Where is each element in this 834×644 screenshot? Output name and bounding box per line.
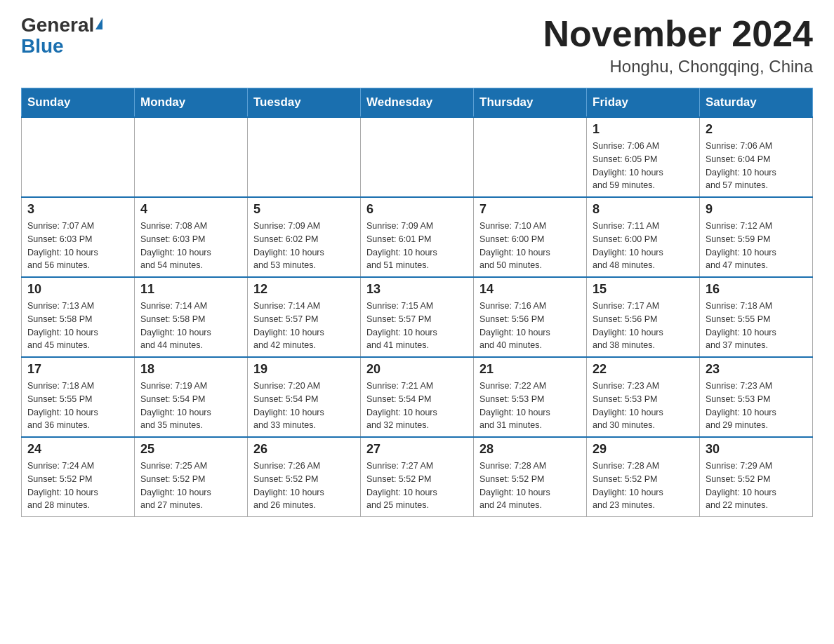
calendar-cell-7: 7Sunrise: 7:10 AM Sunset: 6:00 PM Daylig… <box>474 197 587 277</box>
day-info: Sunrise: 7:09 AM Sunset: 6:01 PM Dayligh… <box>366 220 468 272</box>
calendar-cell-3: 3Sunrise: 7:07 AM Sunset: 6:03 PM Daylig… <box>22 197 135 277</box>
calendar-cell-18: 18Sunrise: 7:19 AM Sunset: 5:54 PM Dayli… <box>135 357 248 437</box>
calendar-cell-empty <box>361 117 474 197</box>
day-number: 14 <box>479 282 581 297</box>
calendar-cell-16: 16Sunrise: 7:18 AM Sunset: 5:55 PM Dayli… <box>700 277 813 357</box>
day-number: 4 <box>140 202 241 217</box>
day-info: Sunrise: 7:24 AM Sunset: 5:52 PM Dayligh… <box>27 459 128 512</box>
day-info: Sunrise: 7:11 AM Sunset: 6:00 PM Dayligh… <box>593 220 694 272</box>
calendar-cell-empty <box>22 117 135 197</box>
day-info: Sunrise: 7:10 AM Sunset: 6:00 PM Dayligh… <box>479 220 581 272</box>
day-info: Sunrise: 7:26 AM Sunset: 5:52 PM Dayligh… <box>253 459 355 512</box>
day-number: 3 <box>27 202 128 217</box>
calendar-table: SundayMondayTuesdayWednesdayThursdayFrid… <box>21 88 813 517</box>
day-info: Sunrise: 7:23 AM Sunset: 5:53 PM Dayligh… <box>593 380 694 432</box>
calendar-cell-10: 10Sunrise: 7:13 AM Sunset: 5:58 PM Dayli… <box>22 277 135 357</box>
calendar-cell-17: 17Sunrise: 7:18 AM Sunset: 5:55 PM Dayli… <box>22 357 135 437</box>
day-number: 10 <box>27 282 128 297</box>
location-title: Honghu, Chongqing, China <box>543 57 813 76</box>
day-number: 19 <box>253 362 355 377</box>
calendar-week-row: 24Sunrise: 7:24 AM Sunset: 5:52 PM Dayli… <box>22 437 813 517</box>
day-number: 30 <box>706 442 807 457</box>
day-number: 29 <box>593 442 694 457</box>
calendar-cell-29: 29Sunrise: 7:28 AM Sunset: 5:52 PM Dayli… <box>587 437 700 517</box>
calendar-cell-20: 20Sunrise: 7:21 AM Sunset: 5:54 PM Dayli… <box>361 357 474 437</box>
day-info: Sunrise: 7:13 AM Sunset: 5:58 PM Dayligh… <box>27 300 128 352</box>
calendar-cell-22: 22Sunrise: 7:23 AM Sunset: 5:53 PM Dayli… <box>587 357 700 437</box>
calendar-cell-empty <box>474 117 587 197</box>
day-info: Sunrise: 7:17 AM Sunset: 5:56 PM Dayligh… <box>593 300 694 352</box>
day-info: Sunrise: 7:28 AM Sunset: 5:52 PM Dayligh… <box>593 459 694 512</box>
day-number: 24 <box>27 442 128 457</box>
day-number: 16 <box>706 282 807 297</box>
calendar-cell-30: 30Sunrise: 7:29 AM Sunset: 5:52 PM Dayli… <box>700 437 813 517</box>
day-info: Sunrise: 7:22 AM Sunset: 5:53 PM Dayligh… <box>479 380 581 432</box>
calendar-cell-5: 5Sunrise: 7:09 AM Sunset: 6:02 PM Daylig… <box>248 197 361 277</box>
day-number: 17 <box>27 362 128 377</box>
day-number: 18 <box>140 362 241 377</box>
calendar-header-wednesday: Wednesday <box>361 88 474 118</box>
day-info: Sunrise: 7:08 AM Sunset: 6:03 PM Dayligh… <box>140 220 241 272</box>
day-number: 28 <box>479 442 581 457</box>
day-info: Sunrise: 7:29 AM Sunset: 5:52 PM Dayligh… <box>706 459 807 512</box>
logo-blue-text: Blue <box>21 35 64 58</box>
calendar-cell-23: 23Sunrise: 7:23 AM Sunset: 5:53 PM Dayli… <box>700 357 813 437</box>
day-info: Sunrise: 7:12 AM Sunset: 5:59 PM Dayligh… <box>706 220 807 272</box>
day-info: Sunrise: 7:23 AM Sunset: 5:53 PM Dayligh… <box>706 380 807 432</box>
day-info: Sunrise: 7:15 AM Sunset: 5:57 PM Dayligh… <box>366 300 468 352</box>
day-info: Sunrise: 7:19 AM Sunset: 5:54 PM Dayligh… <box>140 380 241 432</box>
calendar-cell-28: 28Sunrise: 7:28 AM Sunset: 5:52 PM Dayli… <box>474 437 587 517</box>
calendar-week-row: 17Sunrise: 7:18 AM Sunset: 5:55 PM Dayli… <box>22 357 813 437</box>
day-info: Sunrise: 7:14 AM Sunset: 5:58 PM Dayligh… <box>140 300 241 352</box>
calendar-cell-12: 12Sunrise: 7:14 AM Sunset: 5:57 PM Dayli… <box>248 277 361 357</box>
day-number: 2 <box>706 122 807 137</box>
calendar-cell-empty <box>135 117 248 197</box>
title-block: November 2024 Honghu, Chongqing, China <box>543 14 813 76</box>
logo-triangle-icon <box>95 18 102 29</box>
day-info: Sunrise: 7:06 AM Sunset: 6:05 PM Dayligh… <box>593 140 694 192</box>
day-number: 6 <box>366 202 468 217</box>
calendar-cell-11: 11Sunrise: 7:14 AM Sunset: 5:58 PM Dayli… <box>135 277 248 357</box>
calendar-cell-1: 1Sunrise: 7:06 AM Sunset: 6:05 PM Daylig… <box>587 117 700 197</box>
page-header: General Blue November 2024 Honghu, Chong… <box>21 14 813 76</box>
day-info: Sunrise: 7:25 AM Sunset: 5:52 PM Dayligh… <box>140 459 241 512</box>
day-info: Sunrise: 7:07 AM Sunset: 6:03 PM Dayligh… <box>27 220 128 272</box>
calendar-cell-2: 2Sunrise: 7:06 AM Sunset: 6:04 PM Daylig… <box>700 117 813 197</box>
logo: General Blue <box>21 14 102 58</box>
calendar-cell-13: 13Sunrise: 7:15 AM Sunset: 5:57 PM Dayli… <box>361 277 474 357</box>
calendar-week-row: 3Sunrise: 7:07 AM Sunset: 6:03 PM Daylig… <box>22 197 813 277</box>
calendar-header-friday: Friday <box>587 88 700 118</box>
calendar-cell-19: 19Sunrise: 7:20 AM Sunset: 5:54 PM Dayli… <box>248 357 361 437</box>
day-info: Sunrise: 7:06 AM Sunset: 6:04 PM Dayligh… <box>706 140 807 192</box>
day-number: 20 <box>366 362 468 377</box>
day-number: 25 <box>140 442 241 457</box>
calendar-cell-6: 6Sunrise: 7:09 AM Sunset: 6:01 PM Daylig… <box>361 197 474 277</box>
day-number: 12 <box>253 282 355 297</box>
day-number: 26 <box>253 442 355 457</box>
day-info: Sunrise: 7:18 AM Sunset: 5:55 PM Dayligh… <box>706 300 807 352</box>
day-info: Sunrise: 7:21 AM Sunset: 5:54 PM Dayligh… <box>366 380 468 432</box>
day-number: 21 <box>479 362 581 377</box>
day-number: 8 <box>593 202 694 217</box>
day-info: Sunrise: 7:09 AM Sunset: 6:02 PM Dayligh… <box>253 220 355 272</box>
day-info: Sunrise: 7:20 AM Sunset: 5:54 PM Dayligh… <box>253 380 355 432</box>
day-number: 13 <box>366 282 468 297</box>
day-number: 7 <box>479 202 581 217</box>
day-info: Sunrise: 7:28 AM Sunset: 5:52 PM Dayligh… <box>479 459 581 512</box>
calendar-header-saturday: Saturday <box>700 88 813 118</box>
calendar-cell-25: 25Sunrise: 7:25 AM Sunset: 5:52 PM Dayli… <box>135 437 248 517</box>
calendar-cell-14: 14Sunrise: 7:16 AM Sunset: 5:56 PM Dayli… <box>474 277 587 357</box>
day-info: Sunrise: 7:14 AM Sunset: 5:57 PM Dayligh… <box>253 300 355 352</box>
day-number: 27 <box>366 442 468 457</box>
calendar-cell-24: 24Sunrise: 7:24 AM Sunset: 5:52 PM Dayli… <box>22 437 135 517</box>
day-number: 5 <box>253 202 355 217</box>
day-info: Sunrise: 7:27 AM Sunset: 5:52 PM Dayligh… <box>366 459 468 512</box>
day-info: Sunrise: 7:16 AM Sunset: 5:56 PM Dayligh… <box>479 300 581 352</box>
calendar-cell-21: 21Sunrise: 7:22 AM Sunset: 5:53 PM Dayli… <box>474 357 587 437</box>
day-number: 23 <box>706 362 807 377</box>
calendar-cell-15: 15Sunrise: 7:17 AM Sunset: 5:56 PM Dayli… <box>587 277 700 357</box>
day-number: 22 <box>593 362 694 377</box>
calendar-header-monday: Monday <box>135 88 248 118</box>
month-title: November 2024 <box>543 14 813 54</box>
day-number: 9 <box>706 202 807 217</box>
